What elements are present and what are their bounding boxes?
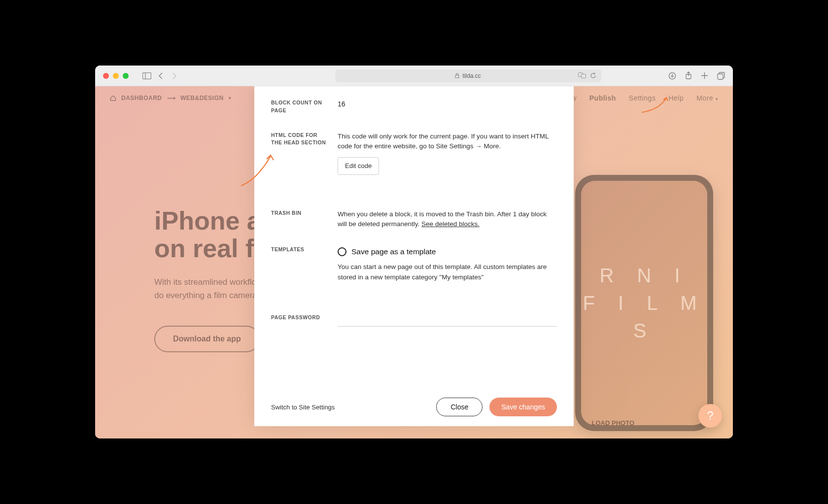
page-settings-modal: BLOCK COUNT ON PAGE 16 HTML CODE FOR THE… <box>254 86 574 426</box>
breadcrumb-project[interactable]: WEB&DESIGN <box>180 95 224 101</box>
phone-mockup: R N IF I L M S <box>575 175 713 431</box>
trash-bin-label: TRASH BIN <box>271 209 328 230</box>
save-as-template-label: Save page as a template <box>351 246 436 257</box>
html-head-description: This code will only work for the current… <box>338 132 557 152</box>
nav-more[interactable]: More ▾ <box>696 94 718 102</box>
svg-rect-0 <box>143 72 151 79</box>
new-tab-icon[interactable] <box>701 72 708 79</box>
breadcrumb-dashboard[interactable]: DASHBOARD <box>121 95 162 101</box>
lock-icon <box>455 73 459 78</box>
window-zoom-button[interactable] <box>123 73 129 79</box>
url-text: tilda.cc <box>462 72 481 79</box>
window-close-button[interactable] <box>103 73 109 79</box>
nav-forward-icon[interactable] <box>171 72 177 79</box>
translate-icon[interactable] <box>578 72 586 78</box>
window-minimize-button[interactable] <box>113 73 119 79</box>
save-changes-button[interactable]: Save changes <box>489 398 557 416</box>
upload-photo-button[interactable]: LOAD PHOTO <box>592 419 634 427</box>
refresh-icon[interactable] <box>590 72 596 79</box>
help-fab[interactable]: ? <box>698 404 722 428</box>
nav-back-icon[interactable] <box>158 72 164 79</box>
block-count-value: 16 <box>338 100 345 108</box>
phone-brand-text: R N IF I L M S <box>575 175 713 431</box>
templates-label: TEMPLATES <box>271 246 328 282</box>
svg-rect-11 <box>718 74 723 79</box>
traffic-lights <box>103 73 129 79</box>
share-icon[interactable] <box>685 71 692 80</box>
templates-description: You can start a new page out of this tem… <box>338 262 557 282</box>
nav-publish[interactable]: Publish <box>589 94 616 102</box>
svg-rect-4 <box>581 74 586 78</box>
download-icon[interactable] <box>668 72 676 80</box>
svg-rect-2 <box>455 75 459 78</box>
annotation-arrow-to-editcode <box>237 150 286 190</box>
tabs-overview-icon[interactable] <box>717 72 725 80</box>
switch-to-site-settings-link[interactable]: Switch to Site Settings <box>271 403 335 411</box>
radio-icon <box>338 247 346 256</box>
download-app-button[interactable]: Download the app <box>154 326 260 352</box>
edit-code-button[interactable]: Edit code <box>338 157 379 175</box>
page-password-label: PAGE PASSWORD <box>271 314 328 327</box>
browser-window: tilda.cc DASHBOARD ⟶ <box>95 66 733 438</box>
annotation-arrow-to-settings <box>639 95 674 115</box>
browser-chrome: tilda.cc <box>95 66 733 86</box>
see-deleted-blocks-link[interactable]: See deleted blocks. <box>421 220 480 228</box>
breadcrumb-separator: ⟶ <box>167 95 176 101</box>
close-button[interactable]: Close <box>436 398 483 416</box>
save-as-template-radio[interactable]: Save page as a template <box>338 246 557 257</box>
home-icon[interactable] <box>110 95 116 101</box>
chevron-down-icon[interactable]: ▾ <box>229 96 232 101</box>
url-bar[interactable]: tilda.cc <box>335 69 601 82</box>
block-count-label: BLOCK COUNT ON PAGE <box>271 99 328 115</box>
page-password-input[interactable] <box>338 314 557 327</box>
sidebar-toggle-icon[interactable] <box>142 72 151 79</box>
